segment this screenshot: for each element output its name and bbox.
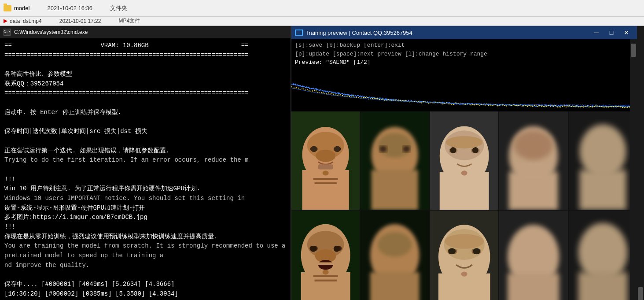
grid-cell-2 (430, 111, 498, 210)
preview-body: [s]:save [b]:backup [enter]:exit [p]:upd… (291, 39, 637, 300)
cmd-line-settings: 设置-系统-显示-图形设置-硬件GPU加速计划-打开 (4, 204, 286, 213)
svg-point-25 (450, 147, 456, 153)
cmd-line-vram: == VRAM: 10.86GB == (4, 41, 286, 51)
grid-cell-5 (291, 211, 360, 300)
cmd-line-scratch-en1: You are training the model from scratch.… (4, 241, 286, 260)
preview-title-text: Training preview | Contact QQ:395267954 (305, 30, 412, 36)
preview-title-left: Training preview | Contact QQ:395267954 (295, 30, 412, 36)
grid-cell-0 (291, 111, 360, 210)
cmd-line-empty6 (4, 270, 286, 280)
cmd-line-scratch-en2: nd improve the quality. (4, 261, 286, 270)
cmd-content[interactable]: == VRAM: 10.86GB == ====================… (0, 38, 291, 300)
grid-cell-1 (361, 111, 429, 210)
cmd-line-trying: Trying to do the first iteration. If an … (4, 156, 286, 165)
svg-point-60 (448, 248, 456, 255)
cmd-window: C:\ C:\Windows\system32\cmd.exe == VRAM:… (0, 26, 291, 300)
svg-point-31 (514, 130, 553, 160)
svg-rect-11 (313, 178, 338, 180)
grid-cell-4 (569, 111, 637, 210)
folder-date: 2021-10-02 16:36 (47, 5, 92, 11)
svg-point-27 (446, 136, 483, 148)
file-date: 2021-10-01 17:22 (59, 18, 101, 24)
svg-point-26 (472, 147, 478, 153)
file-explorer-row2: ▶ data_dst.mp4 2021-10-01 17:22 MP4文件 (0, 17, 644, 26)
console-line2: [p]:update [space]:next preview [l]:chan… (295, 50, 633, 59)
svg-rect-69 (578, 272, 627, 300)
svg-rect-48 (315, 280, 337, 281)
cmd-icon: C:\ (4, 29, 11, 36)
grid-cell-8 (499, 211, 567, 300)
console-line1: [s]:save [b]:backup [enter]:exit (295, 41, 633, 50)
preview-controls: ─ □ ✕ (589, 28, 633, 37)
cmd-line-ref: 参考图片:https://i.imgur.com/B7cmDCB.jpg (4, 213, 286, 222)
loss-chart-canvas (291, 69, 637, 111)
grid-cell-9 (569, 211, 637, 300)
svg-rect-32 (509, 172, 558, 210)
folder-name-text: model (14, 5, 29, 11)
preview-scrollbar-thumb (631, 44, 636, 57)
svg-rect-47 (313, 275, 338, 277)
console-line3: Preview: "SAEMD" [1/2] (295, 58, 633, 67)
svg-rect-46 (318, 263, 333, 265)
svg-point-8 (334, 146, 340, 152)
svg-rect-3 (302, 170, 349, 210)
svg-point-61 (473, 248, 480, 255)
file-type: MP4文件 (118, 17, 140, 25)
cmd-line-start: 启动中. 按 Enter 停止训练并保存模型. (4, 108, 286, 118)
minimize-button[interactable]: ─ (589, 28, 604, 37)
folder-item[interactable]: model (4, 5, 29, 11)
folder-type: 文件夹 (110, 4, 127, 12)
svg-point-28 (461, 170, 467, 175)
cmd-scrollbar-thumb (638, 287, 643, 300)
cmd-line-win10: Win 10 用户特别注意. 为了正常运行程序你需开始硬件加速GPU计划. (4, 184, 286, 194)
svg-point-63 (461, 272, 467, 277)
file-name-text: data_dst.mp4 (10, 18, 42, 24)
svg-rect-53 (370, 272, 420, 300)
svg-point-17 (379, 146, 387, 152)
folder-icon (4, 5, 11, 11)
image-grid (291, 111, 637, 300)
svg-point-15 (378, 133, 412, 157)
svg-rect-66 (508, 274, 559, 300)
svg-point-7 (311, 146, 317, 152)
svg-rect-16 (372, 170, 418, 210)
file-explorer-row1: model 2021-10-02 16:36 文件夹 (0, 0, 644, 17)
preview-app-icon (295, 30, 303, 36)
cmd-line-empty3 (4, 118, 286, 127)
svg-point-4 (316, 149, 335, 162)
cmd-line-header: 保存时间|迭代次数|单次时间|src 损失|dst 损失 (4, 127, 286, 137)
svg-rect-9 (318, 164, 333, 169)
cmd-line-exclaim2: !!! (4, 222, 286, 232)
svg-rect-12 (315, 182, 337, 184)
close-button[interactable]: ✕ (619, 28, 633, 37)
loss-chart (291, 69, 637, 111)
cmd-scrollbar[interactable] (637, 26, 644, 300)
preview-console: [s]:save [b]:backup [enter]:exit [p]:upd… (291, 39, 637, 69)
maximize-button[interactable]: □ (604, 28, 618, 37)
svg-rect-35 (579, 170, 626, 210)
grid-cell-3 (499, 111, 567, 210)
svg-point-62 (445, 234, 484, 249)
svg-point-44 (334, 246, 340, 252)
grid-cell-7 (430, 211, 498, 300)
cmd-title: C:\Windows\system32\cmd.exe (14, 29, 88, 35)
cmd-line-first-iter: 正在尝试运行第一个迭代. 如果出现错误，请降低参数配置. (4, 146, 286, 156)
cmd-line-empty5 (4, 165, 286, 175)
file-item[interactable]: ▶ data_dst.mp4 (4, 18, 42, 24)
cmd-line-sep1: ========================================… (4, 51, 286, 60)
preview-window: Training preview | Contact QQ:395267954 … (291, 26, 637, 300)
cmd-line-empty4 (4, 137, 286, 146)
cmd-line-empty2 (4, 98, 286, 108)
cmd-titlebar: C:\ C:\Windows\system32\cmd.exe (0, 26, 291, 38)
svg-point-52 (378, 232, 412, 257)
file-icon: ▶ (4, 18, 7, 24)
preview-scrollbar[interactable] (630, 39, 637, 300)
preview-titlebar: Training preview | Contact QQ:395267954 … (291, 26, 637, 39)
svg-rect-22 (440, 172, 489, 210)
cmd-line-sep2: ========================================… (4, 89, 286, 98)
cmd-line-exclaim1: !!! (4, 175, 286, 185)
svg-point-10 (323, 170, 329, 175)
svg-point-49 (323, 270, 329, 275)
svg-point-18 (403, 146, 410, 152)
cmd-line-chinese1: 各种高性价比、参数模型 (4, 70, 286, 79)
